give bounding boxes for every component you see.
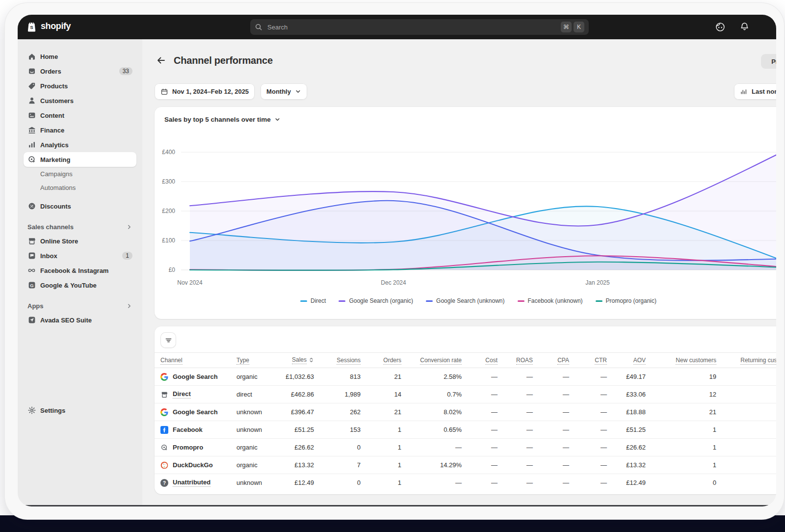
attribution-label: Last non-direct click (752, 88, 776, 95)
table-cell: — (401, 479, 462, 486)
channel-link[interactable]: Facebook (173, 426, 203, 433)
sidebar-item-online-store[interactable]: Online Store (24, 234, 136, 248)
table-row[interactable]: Google Searchunknown£396.47262218.02%———… (155, 403, 776, 421)
channel-link[interactable]: Direct (173, 390, 191, 399)
table-cell: — (497, 461, 533, 469)
device-frame: S shopify ⌘ K (5, 3, 784, 519)
bar-chart-icon (740, 88, 748, 96)
chart-title-dropdown[interactable]: Sales by top 5 channels over time (164, 116, 281, 123)
sidebar-item-home[interactable]: Home (24, 49, 136, 64)
date-range-button[interactable]: Nov 1, 2024–Feb 12, 2025 (155, 83, 255, 100)
table-cell: £51.25 (283, 426, 314, 433)
table-cell: £18.88 (607, 408, 646, 416)
sidebar-item-inbox[interactable]: Inbox 1 (24, 248, 136, 263)
legend-item[interactable]: Promopro (organic) (596, 297, 656, 304)
chart-title: Sales by top 5 channels over time (164, 116, 271, 123)
table-row[interactable]: Facebookunknown£51.2515310.65%————£51.25… (155, 421, 776, 439)
table-cell: 19 (646, 373, 716, 380)
sidebar-item-label: Finance (40, 127, 64, 134)
sidebar-item-avada-seo-suite[interactable]: Avada SEO Suite (24, 313, 136, 327)
legend-item[interactable]: Google Search (organic) (339, 297, 413, 304)
keyboard-shortcut: ⌘ K (561, 22, 584, 32)
sidebar-section-apps[interactable]: Apps (24, 299, 136, 313)
sidebar-item-facebook-instagram[interactable]: Facebook & Instagram (24, 263, 136, 278)
table-cell: — (569, 391, 607, 398)
column-header-conversion-rate[interactable]: Conversion rate (401, 357, 462, 364)
filter-button[interactable] (160, 332, 176, 348)
sidebar-subitem-campaigns[interactable]: Campaigns (24, 167, 136, 181)
duckduckgo-icon (160, 461, 168, 469)
notifications-bell-icon[interactable] (739, 22, 750, 32)
count-badge: 1 (122, 252, 132, 260)
legend-item[interactable]: Direct (300, 297, 326, 304)
sidebar-item-customers[interactable]: Customers (24, 93, 136, 108)
column-header-type[interactable]: Type (236, 357, 283, 364)
global-search[interactable]: ⌘ K (250, 19, 589, 35)
sidebar-item-content[interactable]: Content (24, 108, 136, 123)
table-cell: 14.29% (401, 461, 462, 469)
channel-link[interactable]: Promopro (173, 444, 203, 451)
table-cell: — (569, 461, 607, 469)
table-cell: — (462, 373, 497, 380)
table-cell: — (533, 444, 569, 451)
column-header-channel[interactable]: Channel (160, 357, 236, 364)
sidebar-subitem-automations[interactable]: Automations (24, 181, 136, 194)
attribution-model-button[interactable]: Last non-direct click (734, 83, 776, 100)
column-header-cost[interactable]: Cost (462, 357, 497, 364)
column-header-aov[interactable]: AOV (607, 357, 646, 364)
sidebar: Home Orders 33 Products Customers Conten… (18, 39, 142, 506)
sidebar-section-sales-channels[interactable]: Sales channels (24, 220, 136, 234)
table-cell: direct (236, 391, 283, 398)
granularity-dropdown[interactable]: Monthly (261, 83, 307, 100)
chart-legend: DirectGoogle Search (organic)Google Sear… (155, 297, 776, 304)
column-header-cpa[interactable]: CPA (533, 357, 569, 364)
chevron-right-icon (126, 224, 132, 230)
legend-label: Google Search (unknown) (436, 297, 504, 304)
table-cell: 1 (646, 444, 716, 451)
channel-link[interactable]: Google Search (173, 408, 218, 416)
sidebar-item-products[interactable]: Products (24, 79, 136, 93)
table-cell: — (497, 391, 533, 398)
sidekick-assistant-icon[interactable] (715, 22, 726, 32)
table-row[interactable]: Google Searchorganic£1,032.63813212.58%—… (155, 368, 776, 386)
window-bottom-edge (18, 505, 776, 506)
print-button[interactable]: Print (761, 54, 776, 69)
legend-item[interactable]: Google Search (unknown) (426, 297, 504, 304)
sidebar-item-orders[interactable]: Orders 33 (24, 64, 136, 79)
column-header-sales[interactable]: Sales (283, 356, 314, 364)
back-arrow-icon[interactable] (155, 54, 167, 67)
table-cell: unknown (236, 408, 283, 416)
google-icon (160, 373, 168, 381)
sidebar-item-google-youtube[interactable]: G Google & YouTube (24, 278, 136, 293)
column-header-returning-customers[interactable]: Returning customers (716, 357, 776, 364)
sidebar-item-analytics[interactable]: Analytics (24, 137, 136, 152)
marketing-icon (27, 155, 36, 164)
column-header-roas[interactable]: ROAS (497, 357, 533, 364)
sidebar-item-discounts[interactable]: Discounts (24, 199, 136, 213)
shopify-logo[interactable]: S shopify (26, 20, 71, 32)
cmd-key: ⌘ (561, 22, 572, 32)
table-row[interactable]: Promoproorganic£26.6201—————£26.621 (155, 439, 776, 456)
table-row[interactable]: DuckDuckGoorganic£13.327114.29%————£13.3… (155, 456, 776, 474)
channel-link[interactable]: DuckDuckGo (173, 461, 213, 469)
column-header-orders[interactable]: Orders (361, 357, 401, 364)
table-cell: 2.58% (401, 373, 462, 380)
table-cell: organic (236, 444, 283, 451)
table-row[interactable]: ?Unattributedunknown£12.4901—————£12.490 (155, 474, 776, 491)
legend-item[interactable]: Facebook (unknown) (518, 297, 583, 304)
orders-icon (27, 67, 36, 76)
channel-link[interactable]: Google Search (173, 373, 218, 380)
table-cell: — (401, 444, 462, 451)
column-header-ctr[interactable]: CTR (569, 357, 607, 364)
table-cell: — (569, 373, 607, 380)
channel-link[interactable]: Unattributed (173, 479, 210, 487)
sidebar-item-settings[interactable]: Settings (24, 403, 136, 418)
column-header-sessions[interactable]: Sessions (314, 357, 361, 364)
sidebar-item-finance[interactable]: Finance (24, 123, 136, 137)
channel-table-card: ChannelTypeSalesSessionsOrdersConversion… (155, 326, 776, 494)
sidebar-item-marketing[interactable]: Marketing (24, 152, 136, 167)
column-header-new-customers[interactable]: New customers (646, 357, 716, 364)
report-controls: Nov 1, 2024–Feb 12, 2025 Monthly (155, 83, 307, 100)
search-input[interactable] (266, 23, 561, 31)
table-row[interactable]: Directdirect£462.861,989140.7%————£33.06… (155, 386, 776, 403)
